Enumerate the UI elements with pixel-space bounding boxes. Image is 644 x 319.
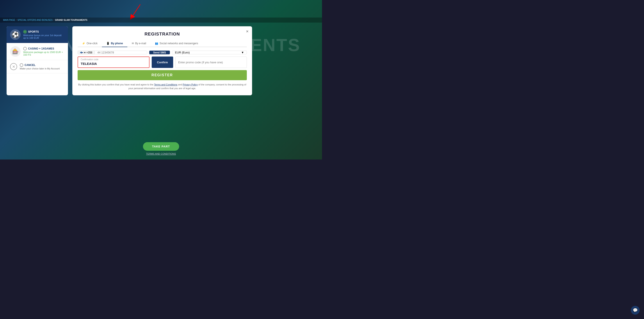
breadcrumb-sep-2: / [54,19,54,21]
breadcrumb-special-offers[interactable]: SPECIAL OFFERS AND BONUSES [18,19,52,21]
terms-conditions-link[interactable]: Terms and Conditions [154,83,177,86]
bottom-links: TAKE PART TERMS AND CONDITIONS [143,142,179,155]
flag-icon: 🇫🇮 [80,51,83,54]
casino-icon: 🎰 [12,48,19,54]
registration-tabs: ⚡ One-click 📱 By phone ✉ By e-mail 👥 Soc… [78,40,247,47]
sports-radio[interactable] [23,30,27,33]
take-part-button[interactable]: TAKE PART [143,142,179,151]
casino-bonus-desc: Welcome package up to 1500 EUR + 150 FS [23,51,64,56]
sports-icon: ⚽ [12,31,19,38]
bonus-sports-info: SPORTS Welcome bonus on your 1st deposit… [23,30,64,39]
bonus-casino-info: CASINO + 1XGAMES Welcome package up to 1… [23,47,64,56]
modal-title: REGISTRATION [78,31,247,36]
sports-bonus-title: SPORTS [28,30,39,33]
tab-by-email[interactable]: ✉ By e-mail [127,40,150,47]
social-icon: 👥 [155,42,158,45]
registration-modal: × REGISTRATION ⚡ One-click 📱 By phone ✉ … [72,26,252,95]
bonus-option-sports[interactable]: ⚽ SPORTS Welcome bonus on your 1st depos… [6,26,68,43]
tab-social[interactable]: 👥 Social networks and messengers [150,40,202,47]
main-content: ⚽ SPORTS Welcome bonus on your 1st depos… [0,22,322,100]
phone-icon: 📱 [106,42,110,45]
breadcrumb-sep-1: / [16,19,17,21]
casino-radio[interactable] [23,47,27,50]
tab-by-phone[interactable]: 📱 By phone [102,40,127,47]
lightning-icon: ⚡ [82,42,85,45]
sports-icon-wrap: ⚽ [10,29,20,40]
casino-icon-wrap: 🎰 [10,46,20,57]
country-code-selector[interactable]: 🇫🇮 ▾ +358 [78,51,95,54]
terms-agreement-text: By clicking this button you confirm that… [78,83,247,90]
cancel-bonus-desc: Make your choice later in My Account [20,67,64,70]
confirm-button[interactable]: Confirm [152,56,173,68]
phone-number-input[interactable] [95,51,147,54]
currency-arrow-icon: ▼ [241,51,244,54]
currency-value: EUR (Euro) [175,51,190,54]
currency-selector[interactable]: EUR (Euro) ▼ [172,51,247,54]
bonus-option-cancel[interactable]: ✕ CANCEL Make your choice later in My Ac… [6,60,68,73]
promo-code-input[interactable] [175,56,247,68]
cancel-radio[interactable] [20,63,23,67]
bonus-option-casino[interactable]: 🎰 CASINO + 1XGAMES Welcome package up to… [6,43,68,60]
sports-bonus-desc: Welcome bonus on your 1st deposit up to … [23,34,64,39]
phone-input-group: 🇫🇮 ▾ +358 [78,51,147,54]
bonus-cancel-info: CANCEL Make your choice later in My Acco… [20,63,64,70]
register-button[interactable]: REGISTER [78,70,247,80]
cancel-icon: ✕ [10,63,17,70]
cancel-bonus-title: CANCEL [24,63,36,67]
terms-conditions-bottom-link[interactable]: TERMS AND CONDITIONS [146,152,176,155]
phone-row: 🇫🇮 ▾ +358 Send SMS EUR (Euro) ▼ [78,51,247,54]
breadcrumb-current: GRAND SLAM TOURNAMENTS [55,19,88,21]
privacy-policy-link[interactable]: Privacy Policy [183,83,198,86]
confirmation-code-field: Confirmation code [78,56,150,68]
email-icon: ✉ [132,42,134,45]
country-code-arrow: ▾ [84,51,86,54]
confirmation-code-label: Confirmation code [81,58,98,61]
casino-bonus-title: CASINO + 1XGAMES [28,47,54,50]
send-sms-button[interactable]: Send SMS [149,51,170,54]
tab-one-click[interactable]: ⚡ One-click [78,40,102,47]
confirm-row: Confirmation code Confirm [78,56,247,68]
country-code-value: +358 [86,51,92,54]
bonus-panel: ⚽ SPORTS Welcome bonus on your 1st depos… [6,26,68,95]
modal-close-button[interactable]: × [246,29,248,34]
svg-line-0 [132,4,140,17]
breadcrumb-main-page[interactable]: MAIN PAGE [3,19,15,21]
